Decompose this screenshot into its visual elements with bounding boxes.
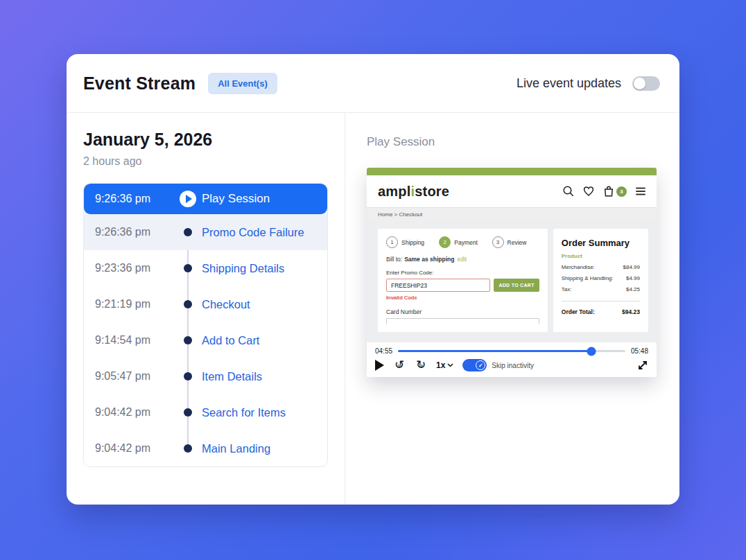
seek-bar-fill: [398, 350, 591, 352]
skip-inactivity-label: Skip inactivity: [492, 362, 534, 369]
cart-button[interactable]: 3: [602, 185, 627, 198]
checkout-page: 1 Shipping 2 Payment 3 Review: [367, 221, 657, 342]
summary-divider: [562, 301, 640, 301]
total-time: 05:48: [631, 347, 648, 355]
step-payment: 2 Payment: [439, 236, 486, 248]
event-time: 9:04:42 pm: [84, 406, 167, 419]
session-replay-player: amplistore 3 Home > Checkout: [367, 168, 657, 377]
event-row[interactable]: 9:04:42 pm Main Landing: [84, 430, 327, 466]
event-label[interactable]: Main Landing: [202, 442, 270, 455]
play-button[interactable]: [375, 360, 384, 371]
page-title: Event Stream: [83, 73, 196, 94]
order-summary-title: Order Summary: [562, 238, 640, 248]
event-row[interactable]: 9:05:47 pm Item Details: [84, 358, 327, 394]
bill-to-row: Bill to:Same as shippingedit: [386, 256, 539, 263]
forward-10-button[interactable]: ↻10: [415, 359, 427, 371]
product-section-label: Product: [562, 253, 640, 259]
event-row[interactable]: 9:23:36 pm Shipping Details: [84, 250, 327, 286]
event-time: 9:05:47 pm: [84, 370, 167, 383]
player-controls: 04:55 05:48 ↺10 ↻10: [367, 342, 657, 377]
step-shipping: 1 Shipping: [386, 236, 433, 248]
card-number-input[interactable]: [386, 318, 539, 324]
event-label[interactable]: Search for Items: [202, 406, 286, 419]
rewind-10-button[interactable]: ↺10: [393, 359, 406, 371]
toggle-knob: [634, 78, 645, 89]
skip-inactivity-toggle[interactable]: ✓: [462, 359, 487, 371]
replay-top-bar: [367, 168, 657, 175]
add-to-cart-button[interactable]: ADD TO CART: [494, 279, 539, 292]
event-label[interactable]: Shipping Details: [202, 262, 284, 275]
timeline-dot-icon: [184, 408, 192, 417]
heart-icon[interactable]: [582, 185, 595, 198]
live-updates-label: Live event updates: [517, 76, 621, 91]
checkout-form-card: 1 Shipping 2 Payment 3 Review: [378, 229, 548, 332]
window-header: Event Stream All Event(s) Live event upd…: [67, 54, 679, 113]
relative-time: 2 hours ago: [83, 155, 328, 168]
event-time: 9:04:42 pm: [84, 442, 167, 455]
event-time: 9:14:54 pm: [84, 334, 167, 347]
event-time: 9:21:19 pm: [84, 298, 167, 310]
timeline-dot-icon: [184, 300, 192, 308]
store-logo: amplistore: [378, 184, 449, 200]
invalid-code-error: Invalid Code: [386, 295, 539, 301]
order-summary-card: Order Summary Product Merchandise: $84.9…: [553, 229, 648, 332]
timeline-dot-icon: [184, 228, 192, 236]
event-row[interactable]: 9:26:36 pm Promo Code Failure: [84, 214, 327, 250]
session-panel-title: Play Session: [367, 135, 657, 149]
summary-row: Merchandise: $84.99: [562, 264, 640, 270]
timeline-dot-icon: [184, 336, 192, 344]
live-updates-toggle[interactable]: [632, 76, 660, 91]
current-time: 04:55: [375, 347, 392, 355]
event-time: 9:26:36 pm: [84, 226, 167, 238]
promo-code-label: Enter Promo Code:: [386, 270, 539, 276]
date-heading: January 5, 2026: [83, 130, 328, 150]
summary-row: Shipping & Handling: $4.99: [562, 275, 640, 281]
event-timeline-panel: January 5, 2026 2 hours ago 9:26:36 pm P…: [67, 113, 345, 505]
seek-bar-handle[interactable]: [587, 347, 596, 356]
timeline-dot-icon: [184, 444, 192, 453]
step-review: 3 Review: [492, 236, 539, 248]
event-label[interactable]: Checkout: [202, 298, 250, 311]
timeline-dot-icon: [184, 372, 192, 380]
timeline-dot-icon: [184, 264, 192, 272]
summary-row: Tax: $4.25: [562, 286, 640, 292]
event-label[interactable]: Promo Code Failure: [202, 226, 304, 239]
store-header: amplistore 3: [367, 175, 657, 207]
check-icon: ✓: [476, 360, 485, 370]
shopping-bag-icon: [602, 185, 615, 198]
event-row[interactable]: 9:21:19 pm Checkout: [84, 286, 327, 322]
breadcrumb: Home > Checkout: [367, 207, 657, 221]
all-events-filter-badge[interactable]: All Event(s): [208, 73, 277, 94]
event-label[interactable]: Item Details: [202, 370, 262, 383]
event-list: 9:26:36 pm Play Session 9:26:36 pm Promo…: [83, 183, 328, 467]
event-row[interactable]: 9:04:42 pm Search for Items: [84, 394, 327, 430]
edit-link[interactable]: edit: [457, 256, 467, 263]
seek-bar[interactable]: [398, 350, 625, 352]
card-number-label: Card Number: [386, 308, 539, 315]
event-label: Play Session: [202, 192, 270, 206]
event-label[interactable]: Add to Cart: [202, 334, 259, 347]
session-replay-panel: Play Session amplistore 3: [345, 113, 679, 505]
promo-code-input[interactable]: FREESHIP23: [386, 279, 490, 292]
event-time: 9:26:36 pm: [84, 193, 167, 205]
playback-speed-selector[interactable]: 1x: [436, 360, 453, 370]
search-icon[interactable]: [562, 185, 575, 198]
checkout-steps: 1 Shipping 2 Payment 3 Review: [386, 236, 539, 248]
menu-icon[interactable]: [634, 185, 647, 198]
order-total-row: Order Total: $94.23: [562, 308, 640, 315]
event-time: 9:23:36 pm: [84, 262, 167, 274]
chevron-down-icon: [447, 363, 453, 367]
cart-count-badge: 3: [616, 186, 627, 197]
event-stream-window: Event Stream All Event(s) Live event upd…: [67, 54, 679, 505]
event-row[interactable]: 9:14:54 pm Add to Cart: [84, 322, 327, 358]
play-session-row[interactable]: 9:26:36 pm Play Session: [84, 184, 327, 214]
play-icon[interactable]: [180, 191, 196, 207]
fullscreen-icon[interactable]: [637, 360, 648, 371]
